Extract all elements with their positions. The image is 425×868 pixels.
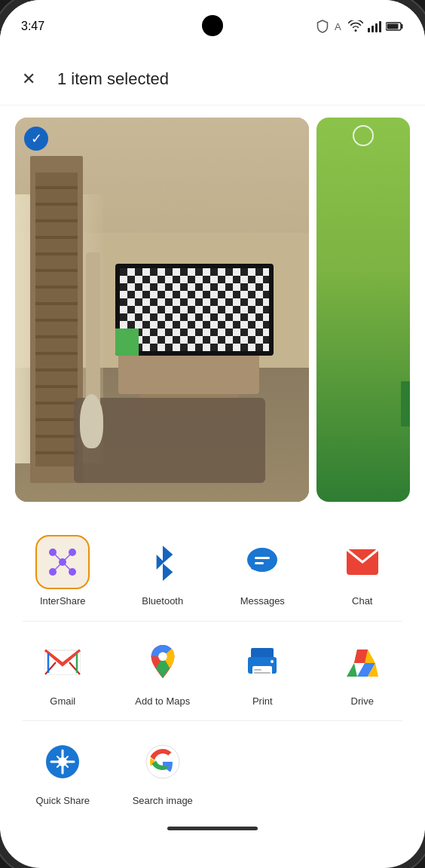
- top-bar: ✕ 1 item selected: [0, 53, 425, 105]
- chat-icon-wrap: [335, 535, 390, 589]
- image-thumbnail-2[interactable]: [316, 118, 410, 502]
- gmail-icon: [44, 647, 81, 677]
- second-thumb-bar: [401, 381, 410, 426]
- status-bar: 3:47 A: [0, 0, 425, 53]
- room-figure: [80, 394, 103, 448]
- chat-label: Chat: [352, 595, 372, 607]
- svg-rect-32: [254, 672, 271, 674]
- print-icon-wrap: [235, 635, 289, 689]
- bottom-nav-handle: [167, 827, 258, 830]
- svg-rect-1: [368, 28, 370, 32]
- room-tv-green-block: [115, 329, 139, 356]
- second-thumb-bg: [316, 118, 410, 502]
- svg-text:A: A: [335, 21, 341, 32]
- selected-checkmark: ✓: [24, 127, 48, 151]
- print-icon: [243, 643, 281, 681]
- messages-icon: [243, 543, 281, 581]
- print-label: Print: [252, 695, 273, 708]
- svg-rect-6: [401, 24, 403, 29]
- image-thumbnail-1[interactable]: ✓: [15, 118, 309, 502]
- share-item-drive[interactable]: Drive: [315, 628, 411, 715]
- room-image: [15, 118, 309, 502]
- quickshare-icon: [44, 743, 81, 781]
- signal-icon: [368, 20, 381, 32]
- close-button[interactable]: ✕: [15, 66, 42, 93]
- share-row-2: Gmail Add to Maps: [8, 628, 417, 715]
- messages-label: Messages: [240, 595, 285, 607]
- share-item-gmail[interactable]: Gmail: [15, 628, 111, 715]
- a-icon: A: [333, 20, 344, 32]
- svg-line-13: [53, 552, 63, 562]
- svg-point-27: [158, 652, 167, 661]
- svg-line-14: [63, 552, 72, 562]
- status-icons: A: [316, 20, 404, 33]
- share-item-bluetooth[interactable]: Bluetooth: [115, 527, 211, 615]
- share-item-intershare[interactable]: InterShare: [15, 527, 111, 615]
- quickshare-icon-wrap: [35, 735, 90, 789]
- maps-icon-wrap: [136, 635, 190, 689]
- share-divider-2: [23, 720, 402, 721]
- image-area: ✓: [0, 105, 425, 512]
- bluetooth-icon: [148, 543, 178, 581]
- svg-rect-20: [255, 562, 264, 564]
- bluetooth-icon-wrap: [136, 535, 190, 589]
- searchimage-label: Search image: [133, 795, 193, 807]
- share-item-messages[interactable]: Messages: [215, 527, 310, 615]
- intershare-icon: [47, 546, 78, 578]
- svg-point-33: [271, 660, 274, 663]
- wifi-icon: [348, 20, 363, 32]
- svg-line-16: [63, 562, 72, 572]
- quickshare-label: Quick Share: [35, 795, 90, 807]
- phone-shell: 3:47 A: [0, 0, 425, 868]
- intershare-label: InterShare: [40, 595, 86, 607]
- share-sheet: InterShare Bluetooth: [0, 512, 425, 830]
- share-item-quickshare[interactable]: Quick Share: [15, 727, 111, 815]
- google-g-icon: [144, 743, 182, 781]
- svg-rect-4: [379, 21, 381, 32]
- share-row-1: InterShare Bluetooth: [8, 527, 417, 615]
- svg-marker-35: [347, 663, 357, 677]
- share-item-maps[interactable]: Add to Maps: [115, 628, 211, 715]
- gmail-label: Gmail: [50, 695, 75, 708]
- maps-label: Add to Maps: [135, 695, 190, 708]
- drive-label: Drive: [351, 695, 374, 708]
- svg-rect-30: [252, 666, 272, 677]
- chat-icon: [344, 543, 381, 581]
- camera-notch: [202, 15, 223, 36]
- drive-icon-wrap: [335, 635, 390, 689]
- second-thumb-circle: [353, 125, 374, 146]
- share-item-chat[interactable]: Chat: [315, 527, 411, 615]
- room-tv-screen: [120, 268, 269, 351]
- svg-rect-7: [387, 24, 399, 29]
- shield-icon: [316, 20, 329, 33]
- messages-icon-wrap: [235, 535, 289, 589]
- share-item-searchimage[interactable]: Search image: [115, 727, 211, 815]
- selection-title: 1 item selected: [57, 69, 169, 89]
- status-time: 3:47: [21, 20, 44, 33]
- share-row-3: Quick Share Search image: [8, 727, 417, 815]
- maps-icon: [146, 643, 179, 681]
- intershare-icon-wrap: [35, 535, 90, 589]
- svg-line-15: [53, 562, 63, 572]
- searchimage-icon-wrap: [136, 735, 190, 789]
- svg-rect-19: [255, 557, 270, 559]
- svg-rect-3: [375, 23, 378, 32]
- svg-rect-31: [254, 669, 261, 671]
- share-item-print[interactable]: Print: [215, 628, 310, 715]
- drive-icon: [344, 645, 381, 680]
- bluetooth-label: Bluetooth: [142, 595, 183, 607]
- share-divider-1: [23, 621, 402, 622]
- gmail-icon-wrap: [35, 635, 90, 689]
- battery-icon: [386, 21, 404, 32]
- svg-rect-2: [371, 26, 374, 32]
- room-tv: [115, 264, 274, 356]
